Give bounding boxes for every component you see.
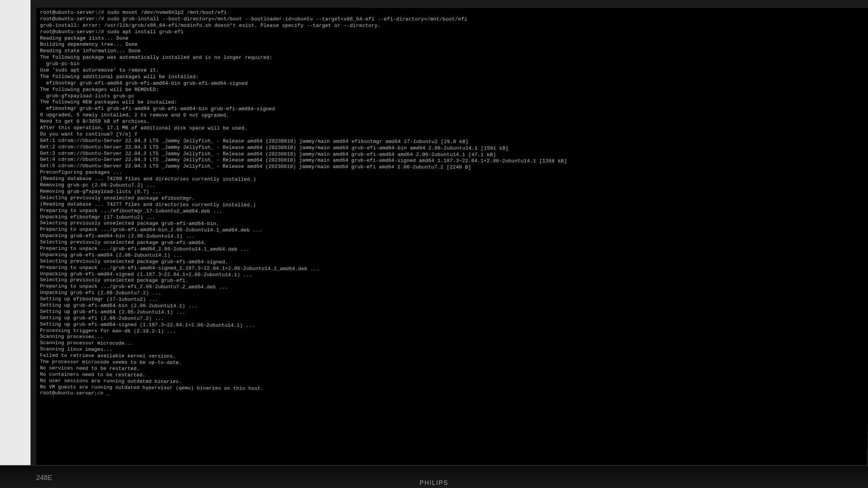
terminal-line: grub-install: error: /usr/lib/grub/x86_6… [40, 22, 868, 30]
cursor: _ [106, 391, 109, 396]
terminal-line: root@ubuntu-server:/# sudo grub-install … [40, 16, 868, 23]
monitor-brand-label: PHILIPS [420, 479, 448, 487]
monitor-model-label: 248E [36, 474, 52, 482]
monitor-bezel: 248E PHILIPS [0, 465, 868, 488]
terminal-window[interactable]: root@ubuntu-server:/# sudo mount /dev/nv… [36, 8, 868, 487]
terminal-line: root@ubuntu-server:/# sudo apt install g… [40, 29, 868, 36]
terminal-line: root@ubuntu-server:/# sudo mount /dev/nv… [40, 10, 868, 17]
desk-edge [0, 0, 31, 488]
